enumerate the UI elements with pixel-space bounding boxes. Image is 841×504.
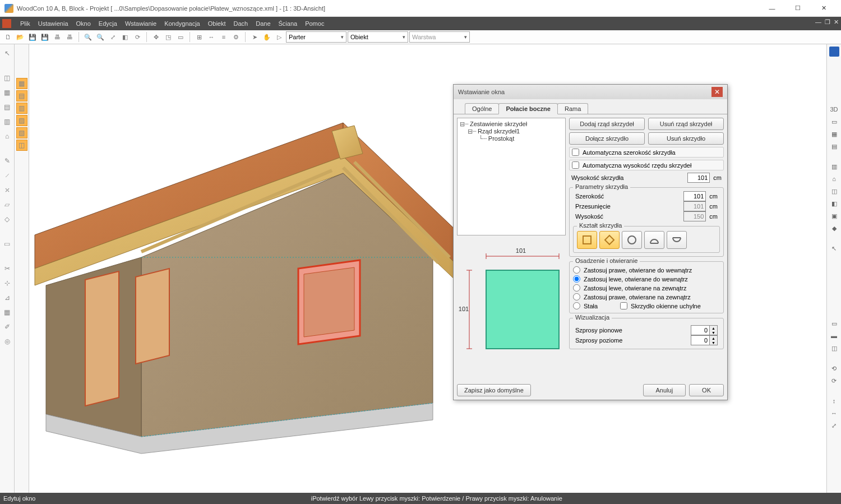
shape-circle-button[interactable] — [622, 231, 642, 249]
tool-icon[interactable]: ✎ — [2, 155, 13, 167]
new-icon[interactable]: 🗋 — [2, 31, 13, 43]
mode-icon[interactable]: ▥ — [16, 103, 27, 114]
menu-item[interactable]: Ściana — [279, 20, 298, 27]
save-as-icon[interactable]: 💾 — [39, 31, 50, 43]
view-icon[interactable]: ▦ — [829, 128, 840, 140]
save-icon[interactable]: 💾 — [27, 31, 38, 43]
menu-item[interactable]: Dane — [256, 20, 270, 27]
tool-icon[interactable]: ✐ — [2, 321, 13, 332]
tab-sidewings[interactable]: Połacie boczne — [498, 103, 557, 114]
auto-height-checkbox[interactable]: Automatyczna wysokość rzędu skrzydeł — [569, 160, 724, 170]
menu-item[interactable]: Kondygnacja — [164, 20, 200, 27]
panel-icon[interactable]: ⟳ — [829, 375, 840, 386]
view-icon[interactable]: ▣ — [829, 210, 840, 221]
panel-icon[interactable]: ▬ — [829, 330, 840, 341]
wing-tree[interactable]: ⊟┈Zestawienie skrzydeł ⊟┈Rząd skrzydeł1 … — [457, 118, 566, 235]
zoom-in-icon[interactable]: 🔍 — [82, 31, 94, 43]
mode-icon[interactable]: ◫ — [16, 140, 27, 151]
panel-icon[interactable]: ⟲ — [829, 363, 840, 374]
mdi-restore-icon[interactable]: ❐ — [825, 19, 830, 26]
tool-icon[interactable]: ▥ — [2, 116, 13, 127]
mode-icon[interactable]: ▦ — [16, 78, 27, 89]
horizontal-muntins-stepper[interactable]: ▲▼ — [691, 335, 718, 345]
vertical-muntins-stepper[interactable]: ▲▼ — [691, 325, 718, 335]
open-icon[interactable]: 📂 — [15, 31, 26, 43]
save-default-button[interactable]: Zapisz jako domyślne — [457, 384, 531, 396]
shape-arch-button[interactable] — [644, 231, 664, 249]
tool-icon[interactable]: ▦ — [2, 87, 13, 98]
grid-icon[interactable]: ⊞ — [193, 31, 205, 43]
tool-icon[interactable]: ▭ — [2, 238, 13, 249]
view-icon[interactable]: ◧ — [829, 198, 840, 209]
mdi-close-icon[interactable]: ✕ — [834, 19, 839, 26]
tilt-checkbox[interactable]: Skrzydło okienne uchylne — [620, 302, 701, 309]
tool-icon[interactable]: ⊹ — [2, 278, 13, 289]
width-input[interactable] — [683, 191, 706, 201]
shape-rect-button[interactable] — [577, 231, 597, 249]
panel-icon[interactable]: ⤢ — [829, 420, 840, 431]
mode-icon[interactable]: ▨ — [16, 115, 27, 126]
minimize-button[interactable]: — — [759, 1, 785, 16]
hinge-radio[interactable]: Zastosuj prawe, otwierane na zewnątrz — [573, 293, 720, 300]
view-icon[interactable]: ▭ — [829, 116, 840, 127]
menu-item[interactable]: Pomoc — [305, 20, 324, 27]
add-wing-button[interactable]: Dołącz skrzydło — [569, 132, 645, 145]
print-icon[interactable]: 🖶 — [52, 31, 63, 43]
wing-height-input[interactable] — [687, 173, 710, 183]
mdi-minimize-icon[interactable]: — — [815, 19, 821, 26]
layer-select[interactable]: Warstwa — [409, 31, 470, 43]
floor-select[interactable]: Parter — [286, 31, 346, 43]
tool-icon[interactable]: ⊿ — [2, 292, 13, 303]
maximize-button[interactable]: ☐ — [785, 1, 811, 16]
add-row-button[interactable]: Dodaj rząd skrzydeł — [569, 118, 645, 130]
play-icon[interactable]: ▷ — [274, 31, 285, 43]
dialog-titlebar[interactable]: Wstawianie okna ✕ — [454, 85, 727, 99]
auto-width-checkbox[interactable]: Automatyczna szerokość skrzydła — [569, 147, 724, 158]
menu-item[interactable]: Dach — [234, 20, 248, 27]
tool-icon[interactable]: ⌂ — [2, 131, 13, 142]
cube-icon[interactable]: ◳ — [163, 31, 174, 43]
tool-icon[interactable]: ◇ — [2, 214, 13, 225]
menu-item[interactable]: Okno — [76, 20, 91, 27]
panel-icon[interactable]: ↕ — [829, 395, 840, 406]
tool-icon[interactable]: ▦ — [2, 307, 13, 318]
view-icon[interactable]: ↖ — [829, 243, 840, 254]
3d-icon[interactable]: 3D — [829, 104, 840, 115]
view-icon[interactable]: ▥ — [829, 161, 840, 172]
hinge-radio[interactable]: Zastosuj prawe, otwierane do wewnątrz — [573, 266, 720, 274]
move-icon[interactable]: ✥ — [150, 31, 161, 43]
view-icon[interactable]: ◫ — [829, 186, 840, 197]
hinge-radio[interactable]: Stała — [573, 302, 598, 309]
view-icon[interactable]: ▤ — [829, 141, 840, 152]
menu-item[interactable]: Plik — [20, 20, 30, 27]
dim-icon[interactable]: ↔ — [206, 31, 217, 43]
view-icon[interactable]: ◆ — [829, 223, 840, 234]
box-icon[interactable]: ▭ — [175, 31, 186, 43]
print2-icon[interactable]: 🖶 — [64, 31, 75, 43]
menu-item[interactable]: Edycja — [99, 20, 117, 27]
panel-icon[interactable]: ↔ — [829, 408, 840, 419]
cursor-icon[interactable]: ↖ — [2, 48, 13, 59]
tool-icon[interactable]: ▱ — [2, 199, 13, 210]
hand-icon[interactable]: ✋ — [261, 31, 272, 43]
tab-general[interactable]: Ogólne — [465, 103, 499, 114]
menu-item[interactable]: Wstawianie — [125, 20, 156, 27]
refresh-icon[interactable]: ⟳ — [132, 31, 143, 43]
panel-icon[interactable]: ▭ — [829, 318, 840, 329]
zoom-out-icon[interactable]: 🔍 — [95, 31, 106, 43]
tool-icon[interactable]: ▤ — [2, 101, 13, 113]
delete-wing-button[interactable]: Usuń skrzydło — [648, 132, 724, 145]
tool-icon[interactable]: ◫ — [2, 72, 13, 84]
zoom-window-icon[interactable]: ◧ — [119, 31, 131, 43]
delete-row-button[interactable]: Usuń rząd skrzydeł — [648, 118, 724, 130]
tool-icon[interactable]: ✂ — [2, 263, 13, 274]
option-icon[interactable]: ⚙ — [230, 31, 242, 43]
panel-icon[interactable]: ◫ — [829, 343, 840, 354]
dialog-close-button[interactable]: ✕ — [711, 87, 723, 97]
tool-icon[interactable]: ◎ — [2, 336, 13, 347]
close-button[interactable]: ✕ — [811, 1, 837, 16]
mode-icon[interactable]: ▧ — [16, 127, 27, 138]
ok-button[interactable]: OK — [689, 384, 724, 396]
hinge-radio[interactable]: Zastosuj lewe, otwierane do wewnątrz — [573, 275, 720, 283]
shape-diamond-button[interactable] — [599, 231, 620, 249]
